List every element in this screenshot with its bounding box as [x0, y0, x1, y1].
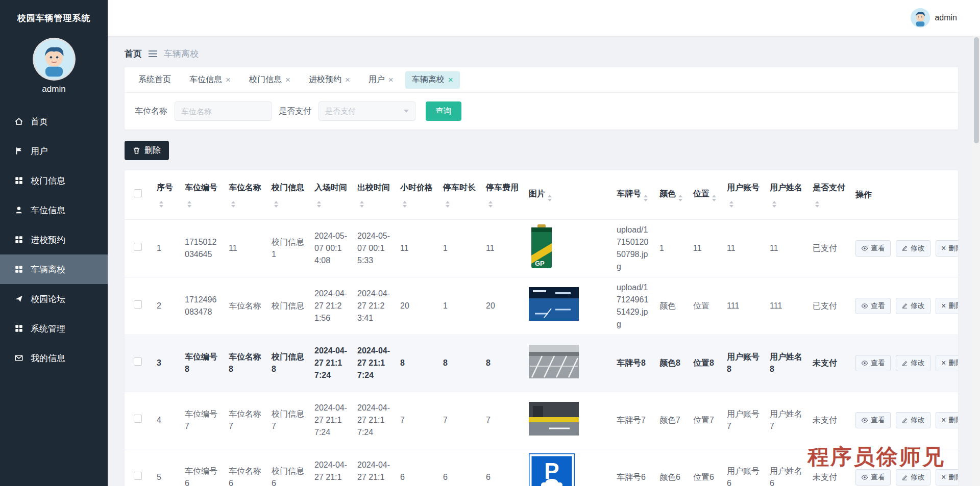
column-header-spot_name[interactable]: 车位名称 [224, 170, 266, 219]
cell-hour_price: 7 [395, 392, 438, 449]
close-icon[interactable]: × [388, 75, 394, 84]
view-label: 查看 [871, 359, 885, 368]
sidebar-item-4[interactable]: 进校预约 [0, 225, 108, 254]
sort-caret[interactable] [403, 201, 407, 208]
tab-1[interactable]: 车位信息× [183, 71, 237, 89]
delete-row-button[interactable]: ×删除 [936, 355, 958, 371]
sort-caret[interactable] [159, 201, 163, 208]
column-header-account[interactable]: 用户账号 [722, 170, 765, 219]
sidebar-item-2[interactable]: 校门信息 [0, 166, 108, 195]
edit-button[interactable]: 修改 [896, 469, 930, 485]
cell-seq: 1 [152, 219, 180, 277]
delete-row-button[interactable]: ×删除 [936, 412, 958, 428]
delete-row-button[interactable]: ×删除 [936, 298, 958, 314]
header-avatar[interactable] [911, 8, 930, 28]
close-icon[interactable]: × [345, 75, 350, 84]
sidebar-item-6[interactable]: 校园论坛 [0, 284, 108, 314]
sidebar-item-0[interactable]: 首页 [0, 107, 108, 136]
column-header-park_fee[interactable]: 停车费用 [481, 170, 524, 219]
sidebar-username: admin [0, 84, 108, 94]
cell-select [125, 335, 152, 392]
sort-caret[interactable] [548, 195, 552, 201]
cell-paid: 已支付 [807, 277, 850, 335]
column-header-plate[interactable]: 车牌号 [611, 170, 654, 219]
cell-plate: 车牌号6 [611, 449, 654, 486]
view-button[interactable]: 查看 [855, 469, 891, 485]
column-header-username[interactable]: 用户姓名 [765, 170, 807, 219]
sort-caret[interactable] [815, 201, 819, 208]
scrollbar-track[interactable] [972, 36, 980, 486]
column-header-gate_info[interactable]: 校门信息 [266, 170, 309, 219]
column-header-exit_time[interactable]: 出校时间 [352, 170, 395, 219]
sort-caret[interactable] [729, 201, 733, 208]
sort-caret[interactable] [317, 201, 321, 208]
edit-button[interactable]: 修改 [896, 298, 930, 314]
delete-row-button[interactable]: ×删除 [936, 469, 958, 485]
column-header-park_duration[interactable]: 停车时长 [438, 170, 481, 219]
tab-0[interactable]: 系统首页 [132, 71, 178, 89]
sidebar-item-7[interactable]: 系统管理 [0, 314, 108, 343]
menu-toggle-icon[interactable] [148, 50, 158, 58]
row-checkbox[interactable] [134, 415, 142, 423]
eye-icon [861, 360, 868, 367]
column-header-enter_time[interactable]: 入场时间 [309, 170, 352, 219]
tab-3[interactable]: 进校预约× [302, 71, 357, 89]
column-header-paid[interactable]: 是否支付 [807, 170, 850, 219]
column-header-color[interactable]: 颜色 [654, 170, 688, 219]
delete-button[interactable]: 删除 [125, 141, 169, 160]
sort-caret[interactable] [446, 201, 450, 208]
sort-caret[interactable] [678, 195, 682, 201]
close-icon[interactable]: × [285, 75, 290, 84]
tab-5[interactable]: 车辆离校× [405, 71, 460, 89]
view-button[interactable]: 查看 [855, 355, 891, 371]
close-icon[interactable]: × [226, 75, 231, 84]
scrollbar-thumb[interactable] [974, 37, 979, 143]
tab-label: 用户 [369, 74, 385, 85]
view-button[interactable]: 查看 [855, 298, 891, 314]
column-header-image[interactable]: 图片 [524, 170, 611, 219]
column-header-hour_price[interactable]: 小时价格 [395, 170, 438, 219]
column-label: 序号 [157, 183, 173, 192]
sort-caret[interactable] [187, 201, 191, 208]
column-header-position[interactable]: 位置 [688, 170, 722, 219]
sidebar-item-3[interactable]: 车位信息 [0, 195, 108, 225]
table-row: 3车位编号8车位名称8校门信息82024-04-27 21:17:242024-… [125, 335, 958, 392]
sort-caret[interactable] [231, 201, 235, 208]
sort-caret[interactable] [274, 201, 278, 208]
breadcrumb-home[interactable]: 首页 [125, 48, 142, 60]
row-checkbox[interactable] [134, 472, 142, 480]
tab-4[interactable]: 用户× [362, 71, 400, 89]
row-checkbox[interactable] [134, 300, 142, 309]
close-icon[interactable]: × [448, 75, 453, 84]
row-checkbox[interactable] [134, 357, 142, 366]
delete-row-button[interactable]: ×删除 [936, 240, 958, 257]
sort-caret[interactable] [644, 195, 648, 201]
view-button[interactable]: 查看 [855, 412, 891, 428]
row-checkbox[interactable] [134, 243, 142, 251]
row-battery-image: GP [529, 224, 554, 269]
sidebar-item-8[interactable]: 我的信息 [0, 343, 108, 373]
column-header-spot_no[interactable]: 车位编号 [180, 170, 224, 219]
edit-button[interactable]: 修改 [896, 412, 930, 428]
sort-caret[interactable] [772, 201, 776, 208]
sort-caret[interactable] [712, 195, 716, 201]
column-header-seq[interactable]: 序号 [152, 170, 180, 219]
cell-spot_no: 1715012034645 [180, 219, 224, 277]
sort-caret[interactable] [360, 201, 364, 208]
sort-caret[interactable] [488, 201, 493, 208]
edit-button[interactable]: 修改 [896, 355, 930, 371]
cell-plate: 车牌号8 [611, 335, 654, 392]
pay-select[interactable]: 是否支付 [318, 101, 415, 121]
edit-button[interactable]: 修改 [896, 240, 930, 257]
column-label: 停车费用 [486, 183, 519, 192]
search-button[interactable]: 查询 [426, 101, 461, 121]
pay-filter-label: 是否支付 [279, 106, 311, 117]
sidebar-item-1[interactable]: 用户 [0, 136, 108, 166]
column-label: 位置 [693, 189, 709, 198]
view-button[interactable]: 查看 [855, 240, 891, 257]
tab-2[interactable]: 校门信息× [242, 71, 297, 89]
sidebar-item-5[interactable]: 车辆离校 [0, 254, 108, 284]
spot-name-input[interactable] [175, 101, 272, 121]
grid-icon [14, 176, 23, 185]
select-all-checkbox[interactable] [134, 189, 142, 197]
